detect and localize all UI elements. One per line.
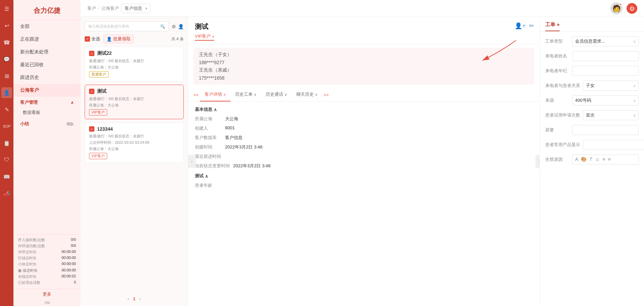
- contact-phone-1: 175****1658: [199, 75, 529, 81]
- sidebar-section-summary: 小结 排队: [13, 118, 81, 128]
- section2-header[interactable]: 测试 ∧: [195, 173, 533, 179]
- more-button[interactable]: 更多: [13, 289, 81, 299]
- search-input-wrapper[interactable]: 输入电话或名称进行查询 🔍: [85, 21, 169, 31]
- customer-checkbox-1[interactable]: ✓: [89, 89, 94, 94]
- sidebar-item-public-sea[interactable]: 公海客户: [13, 84, 81, 97]
- phone-number-1: 175****1658: [199, 75, 224, 81]
- customer-tag-1: VIP客户: [89, 109, 107, 116]
- contact-name-1: 王先生（亲戚）: [199, 67, 529, 73]
- breadcrumb-customer[interactable]: 客户: [87, 5, 96, 11]
- power-button[interactable]: ⏻: [627, 3, 637, 14]
- paint-icon[interactable]: 🎨: [581, 157, 587, 162]
- basic-info-header[interactable]: 基本信息 ∧: [195, 106, 533, 113]
- search-icon[interactable]: 🔍: [160, 24, 165, 29]
- info-row-age: 患者年龄: [195, 182, 533, 188]
- select-all[interactable]: ✓ 全选: [85, 36, 100, 42]
- tabs-prev-icon[interactable]: <<: [194, 92, 199, 97]
- breadcrumb-public-sea[interactable]: 公海客户: [101, 5, 119, 11]
- customer-card-0[interactable]: ✓ 测试22 接通/拨打：0/0 最后状态：未拨打 所属公海：大公海 普通客户: [85, 47, 184, 81]
- detail-tabs: << 客户详情 ∧ 历史工单 ∨ 历史通话 ∨ 聊天历史 ∨ >>: [188, 88, 540, 102]
- products-input[interactable]: [583, 140, 644, 150]
- sidebar-item-unhandled[interactable]: 新分配未处理: [13, 46, 81, 58]
- tab3-chevron-icon: ∨: [315, 93, 317, 96]
- user-search-icon[interactable]: 👤: [178, 24, 184, 29]
- menu-icon[interactable]: ☰: [1, 3, 12, 14]
- list-toolbar: ✓ 全选 👤 批量领取 共 4 条: [85, 35, 184, 43]
- grid-icon[interactable]: ⊞: [1, 71, 12, 81]
- sidebar-item-dashboard[interactable]: 数据看板: [13, 107, 81, 118]
- tab-call-history[interactable]: 历史通话 ∨: [261, 88, 292, 101]
- add-workorder-icon[interactable]: +: [557, 22, 560, 28]
- bell-icon[interactable]: 📣: [1, 188, 12, 199]
- back-icon[interactable]: ↩: [1, 20, 12, 31]
- sidebar-item-all[interactable]: 全部: [13, 20, 81, 33]
- urine-input[interactable]: [572, 125, 639, 135]
- relationship-select[interactable]: 子女 ∨: [583, 81, 639, 91]
- sop-icon[interactable]: SOP: [1, 121, 12, 132]
- source-select[interactable]: 400号码 ∨: [572, 95, 639, 105]
- book-icon[interactable]: 📖: [1, 171, 12, 182]
- filter-icon[interactable]: ⚙: [172, 24, 176, 29]
- customer-checkbox-0[interactable]: ✓: [89, 51, 94, 56]
- list-icon[interactable]: ≡: [602, 157, 605, 162]
- customer-checkbox-2[interactable]: ✓: [89, 126, 94, 132]
- contact-info-box: 王先生（子女） 188****9277 王先生（亲戚） 175****1658: [194, 48, 534, 85]
- vip-status-tag[interactable]: VIP客户 ∨: [195, 33, 214, 41]
- detail-header: 测试 VIP客户 ∨ 👤+ ✏: [188, 17, 540, 44]
- sidebar-narrow: ☰ ↩ ☎ 💬 ⊞ 👤 ✎ SOP 📋 🛡 📖 📣: [0, 0, 13, 306]
- incontinence-toolbar: A 🎨 T ☺ ≡ ≡: [575, 157, 636, 162]
- align-icon[interactable]: ≡: [608, 157, 610, 162]
- info-row-created-time: 创建时间 2022年3月2日 3:48: [195, 144, 533, 150]
- customer-list-panel: 输入电话或名称进行查询 🔍 ⚙ 👤 ✓ 全选 👤 批量领取 共 4 条: [81, 17, 188, 306]
- sidebar-item-recycled[interactable]: 最近已回收: [13, 58, 81, 71]
- collapse-left-button[interactable]: ‹: [188, 155, 196, 168]
- tab0-chevron-icon: ∧: [223, 93, 226, 96]
- sidebar-item-following[interactable]: 正在跟进: [13, 33, 81, 46]
- caller-age-input[interactable]: [572, 66, 639, 76]
- user-icon[interactable]: 👤: [1, 87, 12, 98]
- contact-phone-0: 188****9277: [199, 60, 529, 65]
- form-row-trial: 患者试用申请次数 首次 ∨: [545, 110, 639, 120]
- trial-select[interactable]: 首次 ∨: [583, 110, 639, 120]
- select-all-checkbox[interactable]: ✓: [85, 36, 90, 42]
- avatar[interactable]: 🧑: [610, 2, 622, 14]
- form-row-incontinence: 失禁原因 A 🎨 T ☺ ≡ ≡: [545, 155, 639, 165]
- customer-card-1[interactable]: ✓ 测试 接通/拨打：0/0 最后状态：未拨打 所属公海：大公海 VIP客户: [85, 85, 184, 119]
- edit-customer-icon[interactable]: ✏: [529, 22, 534, 30]
- format-text-icon[interactable]: A: [575, 157, 578, 162]
- tabs-next-icon[interactable]: >>: [324, 92, 329, 97]
- tab-chat-history[interactable]: 聊天历史 ∨: [292, 88, 322, 101]
- clipboard-icon[interactable]: 📋: [1, 138, 12, 148]
- customer-card-2[interactable]: ✓ 123344 接通/拨打：0/0 最后状态：未拨打 上次外呼时间：2022-…: [85, 123, 184, 163]
- collapse-right-button[interactable]: ›: [535, 155, 540, 168]
- caller-name-input[interactable]: [572, 51, 639, 61]
- prev-page-icon[interactable]: ‹: [128, 296, 129, 301]
- customer-call-info-2: 接通/拨打：0/0 最后状态：未拨打: [89, 134, 179, 139]
- text-style-icon[interactable]: T: [589, 157, 592, 162]
- sidebar-item-history[interactable]: 跟进历史: [13, 71, 81, 84]
- tab-customer-detail[interactable]: 客户详情 ∧: [200, 88, 230, 101]
- workorder-title[interactable]: 工单 +: [545, 21, 560, 31]
- tab-work-order-history[interactable]: 历史工单 ∨: [230, 88, 261, 101]
- section-chevron-icon: ∧: [214, 107, 217, 112]
- add-contact-icon[interactable]: 👤+: [515, 22, 526, 30]
- source-chevron-icon: ∨: [633, 99, 636, 102]
- phone-icon[interactable]: ☎: [1, 37, 12, 48]
- search-bar: 输入电话或名称进行查询 🔍 ⚙ 👤: [85, 21, 184, 31]
- batch-claim-button[interactable]: 👤 批量领取: [103, 35, 134, 43]
- shield-icon[interactable]: 🛡: [1, 155, 12, 165]
- workorder-panel: 工单 + 工单类型 会员信息需求... ∨ 来电者姓名: [540, 17, 644, 306]
- chat-icon[interactable]: 💬: [1, 54, 12, 64]
- next-page-icon[interactable]: ›: [139, 296, 141, 301]
- edit-icon[interactable]: ✎: [1, 104, 12, 115]
- search-actions: ⚙ 👤: [172, 24, 184, 29]
- emoji-icon[interactable]: ☺: [595, 157, 600, 162]
- customer-sea-1: 所属公海：大公海: [89, 103, 179, 108]
- customer-info-dropdown[interactable]: 客户信息 ▼: [121, 4, 151, 13]
- workorder-type-select[interactable]: 会员信息需求... ∨: [572, 36, 639, 46]
- info-row-last-follow: 最近跟进时间: [195, 154, 533, 160]
- info-row-db: 客户数据库 客户信息: [195, 135, 533, 141]
- current-page[interactable]: 1: [133, 296, 135, 301]
- brand-logo: 合力亿捷: [13, 0, 81, 20]
- form-row-source: 来源 400号码 ∨: [545, 95, 639, 105]
